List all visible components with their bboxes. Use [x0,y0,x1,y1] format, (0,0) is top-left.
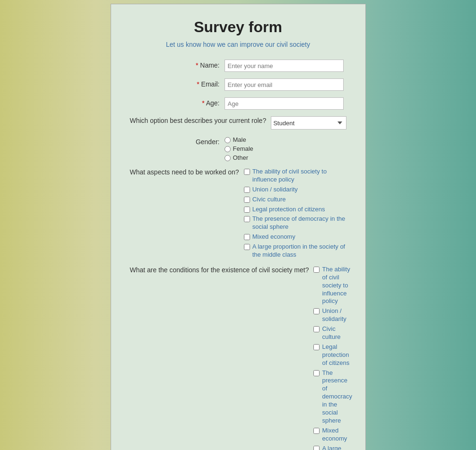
aspects-label-7: A large proportion in the society of the… [252,243,346,259]
conditions-item-1: The ability of civil society to influenc… [313,266,352,305]
age-row: * Age: [130,97,346,110]
conditions-item-5: The presence of democracy in the social … [313,369,352,425]
aspects-item-3: Civic culture [244,196,346,204]
conditions-label: What are the conditions for the existenc… [130,266,314,275]
email-required-star: * [197,80,199,88]
conditions-label-3: Civic culture [322,325,352,341]
age-label: * Age: [130,97,225,107]
name-row: * Name: [130,60,346,72]
name-required-star: * [196,61,198,69]
aspects-checkbox-7[interactable] [244,244,250,250]
conditions-label-2: Union / solidarity [322,307,352,323]
aspects-checkbox-group: The ability of civil society to influenc… [244,168,346,259]
aspects-item-2: Union / solidarity [244,186,346,194]
conditions-item-2: Union / solidarity [313,307,352,323]
gender-radio-group: Male Female Other [225,136,253,161]
name-label: * Name: [130,60,225,69]
conditions-label-4: Legal protection of citizens [322,343,352,367]
aspects-item-7: A large proportion in the society of the… [244,243,346,259]
conditions-checkbox-1[interactable] [313,267,320,273]
age-input[interactable] [225,97,344,110]
aspects-label-5: The presence of democracy in the social … [252,215,346,231]
conditions-item-3: Civic culture [313,325,352,341]
gender-female-radio[interactable] [225,146,231,152]
name-input[interactable] [225,60,344,72]
conditions-checkbox-4[interactable] [313,344,320,350]
gender-row: Gender: Male Female Other [130,136,346,161]
gender-male-label: Male [233,136,246,143]
aspects-checkbox-6[interactable] [244,234,250,240]
email-input[interactable] [225,78,344,91]
aspects-item-1: The ability of civil society to influenc… [244,168,346,184]
age-required-star: * [202,99,204,107]
aspects-label-2: Union / solidarity [252,186,298,194]
gender-female-item: Female [225,145,253,152]
conditions-item-6: Mixed economy [313,427,352,443]
aspects-item-4: Legal protection of citizens [244,206,346,214]
conditions-item-4: Legal protection of citizens [313,343,352,367]
conditions-label-5: The presence of democracy in the social … [322,369,352,425]
gender-male-radio[interactable] [225,137,231,143]
aspects-checkbox-2[interactable] [244,187,250,193]
conditions-checkbox-5[interactable] [313,370,320,376]
aspects-row: What aspects need to be worked on? The a… [130,168,346,259]
gender-other-item: Other [225,154,253,161]
gender-female-label: Female [233,145,253,152]
aspects-item-5: The presence of democracy in the social … [244,215,346,231]
email-row: * Email: [130,78,346,91]
email-label: * Email: [130,78,225,88]
aspects-checkbox-1[interactable] [244,169,250,175]
conditions-row: What are the conditions for the existenc… [130,266,346,450]
aspects-label-3: Civic culture [252,196,286,204]
aspects-checkbox-4[interactable] [244,207,250,213]
aspects-checkbox-5[interactable] [244,216,250,222]
gender-label: Gender: [130,136,225,146]
role-row: Which option best describes your current… [130,116,346,130]
conditions-checkbox-2[interactable] [313,308,320,314]
conditions-label-7: A large proportion in the society of the… [322,445,352,450]
conditions-checkbox-6[interactable] [313,428,320,434]
page-subtitle: Let us know how we can improve our civil… [130,41,346,48]
conditions-label-1: The ability of civil society to influenc… [322,266,352,305]
conditions-label-6: Mixed economy [322,427,352,443]
aspects-checkbox-3[interactable] [244,197,250,203]
conditions-checkbox-3[interactable] [313,326,320,332]
conditions-checkbox-group: The ability of civil society to influenc… [313,266,352,450]
gender-male-item: Male [225,136,253,143]
aspects-label-6: Mixed economy [252,233,295,241]
gender-other-radio[interactable] [225,155,231,161]
role-label: Which option best describes your current… [130,116,271,126]
form-container: Survey form Let us know how we can impro… [111,4,366,450]
conditions-item-7: A large proportion in the society of the… [313,445,352,450]
aspects-item-6: Mixed economy [244,233,346,241]
page-title: Survey form [130,18,346,36]
aspects-label: What aspects need to be worked on? [130,168,244,177]
conditions-checkbox-7[interactable] [313,446,320,450]
role-select[interactable]: Student Graduate Employee Entrepreneur O… [271,116,346,130]
aspects-label-1: The ability of civil society to influenc… [252,168,346,184]
aspects-label-4: Legal protection of citizens [252,206,325,214]
gender-other-label: Other [233,154,249,161]
